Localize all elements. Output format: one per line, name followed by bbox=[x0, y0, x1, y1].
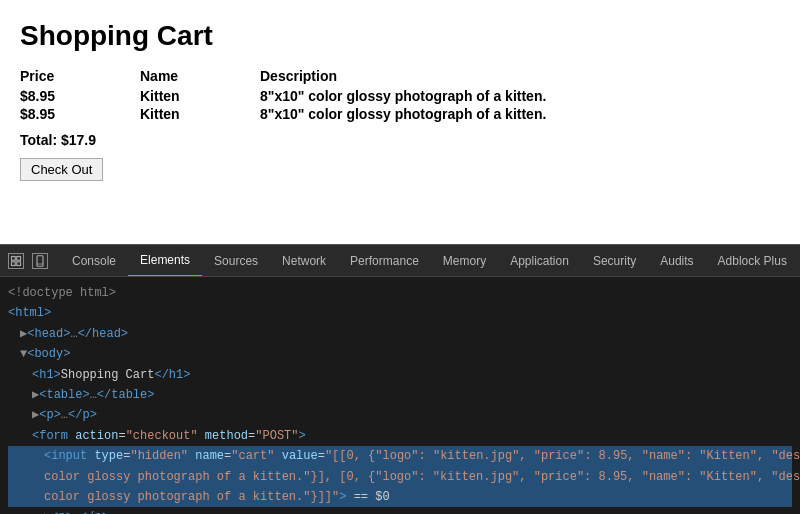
row2-name: Kitten bbox=[140, 106, 260, 122]
tab-memory[interactable]: Memory bbox=[431, 245, 498, 277]
html-tree: <!doctype html> <html> ▶<head>…</head> ▼… bbox=[0, 277, 800, 514]
col-name-header: Name bbox=[140, 68, 260, 84]
row1-price: $8.95 bbox=[20, 88, 140, 104]
row1-name: Kitten bbox=[140, 88, 260, 104]
row2-desc: 8"x10" color glossy photograph of a kitt… bbox=[260, 106, 546, 122]
p2-line: ▶<p>…</p> bbox=[8, 507, 792, 514]
tab-network[interactable]: Network bbox=[270, 245, 338, 277]
tab-audits[interactable]: Audits bbox=[648, 245, 705, 277]
tab-security[interactable]: Security bbox=[581, 245, 648, 277]
cart-table: Price Name Description $8.95 Kitten 8"x1… bbox=[20, 68, 780, 122]
p-line: ▶<p>…</p> bbox=[8, 405, 792, 425]
tab-adblock-plus[interactable]: Adblock Plus bbox=[706, 245, 799, 277]
tab-console[interactable]: Console bbox=[60, 245, 128, 277]
table-row: $8.95 Kitten 8"x10" color glossy photogr… bbox=[20, 88, 780, 104]
svg-rect-3 bbox=[17, 261, 21, 265]
tab-elements[interactable]: Elements bbox=[128, 245, 202, 277]
mobile-svg bbox=[34, 255, 46, 267]
form-line[interactable]: <form action="checkout" method="POST"> bbox=[8, 426, 792, 446]
svg-rect-4 bbox=[37, 255, 43, 266]
doctype-line: <!doctype html> bbox=[8, 283, 792, 303]
row1-desc: 8"x10" color glossy photograph of a kitt… bbox=[260, 88, 546, 104]
row2-price: $8.95 bbox=[20, 106, 140, 122]
input-line-2: color glossy photograph of a kitten."}],… bbox=[8, 467, 792, 487]
head-line: ▶<head>…</head> bbox=[8, 324, 792, 344]
table-line: ▶<table>…</table> bbox=[8, 385, 792, 405]
mobile-icon[interactable] bbox=[32, 253, 48, 269]
tab-performance[interactable]: Performance bbox=[338, 245, 431, 277]
svg-rect-1 bbox=[17, 256, 21, 260]
cursor-svg bbox=[10, 255, 22, 267]
svg-rect-0 bbox=[12, 256, 16, 260]
inspect-icon[interactable] bbox=[8, 253, 24, 269]
page-content: Shopping Cart Price Name Description $8.… bbox=[0, 0, 800, 240]
checkout-button[interactable]: Check Out bbox=[20, 158, 103, 181]
input-line-3: color glossy photograph of a kitten."}]]… bbox=[8, 487, 792, 507]
col-desc-header: Description bbox=[260, 68, 337, 84]
tab-sources[interactable]: Sources bbox=[202, 245, 270, 277]
body-open-line: ▼<body> bbox=[8, 344, 792, 364]
h1-line: <h1>Shopping Cart</h1> bbox=[8, 365, 792, 385]
toolbar-icons bbox=[8, 253, 48, 269]
devtools-toolbar: Console Elements Sources Network Perform… bbox=[0, 245, 800, 277]
html-line: <html> bbox=[8, 303, 792, 323]
table-header: Price Name Description bbox=[20, 68, 780, 84]
col-price-header: Price bbox=[20, 68, 140, 84]
total-text: Total: $17.9 bbox=[20, 132, 780, 148]
svg-rect-2 bbox=[12, 261, 16, 265]
tab-application[interactable]: Application bbox=[498, 245, 581, 277]
devtools-panel: Console Elements Sources Network Perform… bbox=[0, 244, 800, 514]
table-row: $8.95 Kitten 8"x10" color glossy photogr… bbox=[20, 106, 780, 122]
input-line-1[interactable]: <input type="hidden" name="cart" value="… bbox=[8, 446, 792, 466]
page-title: Shopping Cart bbox=[20, 20, 780, 52]
